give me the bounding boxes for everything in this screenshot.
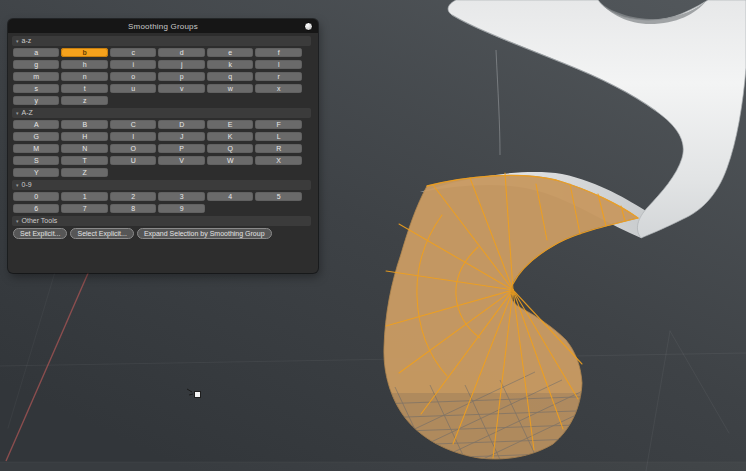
section-label: A-Z [22, 108, 33, 118]
key-row: mnopqr [13, 72, 302, 81]
group-key-T[interactable]: T [61, 156, 107, 165]
section-label: 0-9 [22, 180, 32, 190]
uppercase-key-grid: ABCDEFGHIJKLMNOPQRSTUVWXYZ [13, 120, 302, 177]
key-row: GHIJKL [13, 132, 302, 141]
group-key-I[interactable]: I [110, 132, 156, 141]
group-key-t[interactable]: t [61, 84, 107, 93]
tool-button-2[interactable]: Expand Selection by Smoothing Group [137, 228, 272, 239]
group-key-0[interactable]: 0 [13, 192, 59, 201]
group-key-9[interactable]: 9 [158, 204, 204, 213]
group-key-E[interactable]: E [207, 120, 253, 129]
group-key-1[interactable]: 1 [61, 192, 107, 201]
group-key-L[interactable]: L [255, 132, 301, 141]
group-key-m[interactable]: m [13, 72, 59, 81]
group-key-w[interactable]: w [207, 84, 253, 93]
section-label: Other Tools [22, 216, 58, 226]
group-key-x[interactable]: x [255, 84, 301, 93]
group-key-O[interactable]: O [110, 144, 156, 153]
group-key-5[interactable]: 5 [255, 192, 301, 201]
group-key-a[interactable]: a [13, 48, 59, 57]
group-key-4[interactable]: 4 [207, 192, 253, 201]
group-key-g[interactable]: g [13, 60, 59, 69]
section-header-other-tools[interactable]: ▾ Other Tools [12, 216, 311, 226]
other-tools-row: Set Explicit...Select Explicit...Expand … [13, 228, 313, 239]
group-key-b[interactable]: b [61, 48, 107, 57]
group-key-Z[interactable]: Z [61, 168, 107, 177]
group-key-P[interactable]: P [158, 144, 204, 153]
group-key-F[interactable]: F [255, 120, 301, 129]
caret-down-icon: ▾ [16, 108, 19, 118]
key-row: ghijkl [13, 60, 302, 69]
caret-down-icon: ▾ [16, 180, 19, 190]
tool-button-0[interactable]: Set Explicit... [13, 228, 67, 239]
group-key-C[interactable]: C [110, 120, 156, 129]
group-key-d[interactable]: d [158, 48, 204, 57]
group-key-8[interactable]: 8 [110, 204, 156, 213]
key-row: MNOPQR [13, 144, 302, 153]
group-key-q[interactable]: q [207, 72, 253, 81]
group-key-H[interactable]: H [61, 132, 107, 141]
group-key-y[interactable]: y [13, 96, 59, 105]
group-key-j[interactable]: j [158, 60, 204, 69]
group-key-Y[interactable]: Y [13, 168, 59, 177]
group-key-B[interactable]: B [61, 120, 107, 129]
lowercase-key-grid: abcdefghijklmnopqrstuvwxyz [13, 48, 302, 105]
section-header-digits[interactable]: ▾ 0-9 [12, 180, 311, 190]
group-key-J[interactable]: J [158, 132, 204, 141]
group-key-r[interactable]: r [255, 72, 301, 81]
group-key-l[interactable]: l [255, 60, 301, 69]
caret-down-icon: ▾ [16, 36, 19, 46]
group-key-D[interactable]: D [158, 120, 204, 129]
group-key-G[interactable]: G [13, 132, 59, 141]
app-window: Smoothing Groups ▾ a-z abcdefghijklmnopq… [0, 0, 746, 471]
key-row: stuvwx [13, 84, 302, 93]
key-row: yz [13, 96, 302, 105]
group-key-s[interactable]: s [13, 84, 59, 93]
group-key-u[interactable]: u [110, 84, 156, 93]
section-header-uppercase[interactable]: ▾ A-Z [12, 108, 311, 118]
group-key-h[interactable]: h [61, 60, 107, 69]
panel-titlebar[interactable]: Smoothing Groups [8, 19, 318, 33]
key-row: ABCDEF [13, 120, 302, 129]
group-key-A[interactable]: A [13, 120, 59, 129]
group-key-M[interactable]: M [13, 144, 59, 153]
group-key-S[interactable]: S [13, 156, 59, 165]
group-key-n[interactable]: n [61, 72, 107, 81]
caret-down-icon: ▾ [16, 216, 19, 226]
group-key-W[interactable]: W [207, 156, 253, 165]
key-row: 012345 [13, 192, 302, 201]
group-key-R[interactable]: R [255, 144, 301, 153]
group-key-X[interactable]: X [255, 156, 301, 165]
group-key-z[interactable]: z [61, 96, 107, 105]
group-key-v[interactable]: v [158, 84, 204, 93]
section-label: a-z [22, 36, 32, 46]
group-key-p[interactable]: p [158, 72, 204, 81]
key-row: abcdef [13, 48, 302, 57]
tool-button-1[interactable]: Select Explicit... [70, 228, 133, 239]
group-key-V[interactable]: V [158, 156, 204, 165]
group-key-K[interactable]: K [207, 132, 253, 141]
group-key-i[interactable]: i [110, 60, 156, 69]
smoothing-groups-panel: Smoothing Groups ▾ a-z abcdefghijklmnopq… [8, 19, 318, 273]
group-key-o[interactable]: o [110, 72, 156, 81]
key-row: YZ [13, 168, 302, 177]
group-key-Q[interactable]: Q [207, 144, 253, 153]
group-key-N[interactable]: N [61, 144, 107, 153]
group-key-7[interactable]: 7 [61, 204, 107, 213]
group-key-3[interactable]: 3 [158, 192, 204, 201]
section-header-lowercase[interactable]: ▾ a-z [12, 36, 311, 46]
group-key-e[interactable]: e [207, 48, 253, 57]
panel-title: Smoothing Groups [128, 22, 198, 31]
key-row: 6789 [13, 204, 302, 213]
group-key-6[interactable]: 6 [13, 204, 59, 213]
group-key-c[interactable]: c [110, 48, 156, 57]
group-key-f[interactable]: f [255, 48, 301, 57]
panel-menu-icon[interactable] [304, 22, 313, 31]
key-row: STUVWX [13, 156, 302, 165]
group-key-U[interactable]: U [110, 156, 156, 165]
group-key-k[interactable]: k [207, 60, 253, 69]
group-key-2[interactable]: 2 [110, 192, 156, 201]
digits-key-grid: 0123456789 [13, 192, 302, 213]
